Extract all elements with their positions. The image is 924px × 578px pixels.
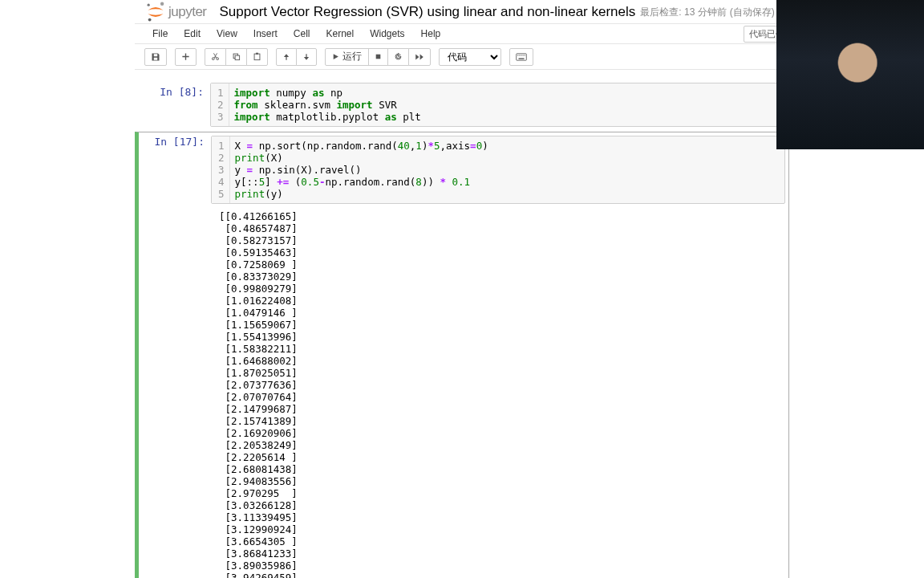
save-icon (151, 52, 160, 62)
restart-run-all-button[interactable] (408, 48, 431, 66)
svg-point-13 (519, 55, 520, 55)
arrow-up-icon (282, 53, 290, 61)
svg-point-15 (522, 55, 523, 55)
move-down-button[interactable] (296, 48, 317, 66)
keyboard-icon (516, 53, 527, 61)
svg-rect-11 (519, 58, 525, 59)
svg-rect-10 (517, 53, 527, 59)
run-button[interactable]: 运行 (325, 48, 369, 66)
cut-icon (211, 52, 220, 61)
menu-kernel[interactable]: Kernel (318, 25, 363, 43)
checkpoint-status: 最后检查: 13 分钟前 (640, 6, 726, 19)
input-prompt: In [17]: (139, 132, 211, 207)
menu-cell[interactable]: Cell (286, 25, 318, 43)
interrupt-button[interactable] (368, 48, 388, 66)
menu-edit[interactable]: Edit (176, 25, 209, 43)
run-label: 运行 (342, 50, 362, 63)
svg-rect-9 (376, 55, 381, 59)
presenter-webcam-overlay (776, 0, 924, 149)
menu-help[interactable]: Help (413, 25, 449, 43)
svg-point-1 (160, 2, 164, 5)
svg-rect-7 (254, 54, 260, 60)
svg-point-0 (148, 4, 150, 6)
play-icon (332, 53, 339, 60)
move-up-button[interactable] (276, 48, 297, 66)
svg-point-14 (521, 55, 521, 55)
arrow-down-icon (302, 53, 310, 61)
add-cell-button[interactable] (175, 48, 197, 66)
command-palette-button[interactable] (509, 48, 533, 66)
menu-insert[interactable]: Insert (245, 25, 286, 43)
restart-icon (394, 52, 403, 61)
svg-point-16 (525, 55, 525, 55)
svg-point-2 (148, 18, 152, 22)
svg-rect-6 (235, 55, 240, 60)
copy-icon (232, 52, 241, 61)
menu-view[interactable]: View (209, 25, 245, 43)
code-cell[interactable]: In [8]: 123 import numpy as npfrom sklea… (135, 83, 789, 127)
menu-widgets[interactable]: Widgets (362, 25, 412, 43)
notebook-area[interactable]: In [8]: 123 import numpy as npfrom sklea… (135, 70, 789, 578)
cell-output: [[0.41266165] [0.48657487] [0.58273157] … (139, 207, 788, 578)
menu-file[interactable]: File (144, 25, 176, 43)
notebook-title[interactable]: Support Vector Regression (SVR) using li… (220, 4, 636, 20)
restart-button[interactable] (387, 48, 409, 66)
jupyter-logo-text: jupyter (168, 4, 207, 20)
fast-forward-icon (415, 53, 424, 61)
jupyter-logo-icon (144, 1, 167, 23)
svg-rect-8 (256, 53, 258, 55)
autosave-status: (自动保存) (730, 6, 775, 19)
line-gutter: 12345 (212, 136, 230, 203)
paste-icon (253, 52, 261, 61)
save-button[interactable] (144, 48, 167, 66)
jupyter-logo[interactable]: jupyter (144, 1, 207, 23)
plus-icon (181, 52, 190, 61)
input-prompt: In [8]: (135, 83, 210, 127)
stop-icon (375, 53, 382, 60)
code-lines[interactable]: X = np.sort(np.random.rand(40,1)*5,axis=… (230, 136, 784, 203)
cut-button[interactable] (205, 48, 226, 66)
code-input-area[interactable]: 123 import numpy as npfrom sklearn.svm i… (210, 83, 789, 127)
code-lines[interactable]: import numpy as npfrom sklearn.svm impor… (229, 83, 788, 126)
code-input-area[interactable]: 12345 X = np.sort(np.random.rand(40,1)*5… (211, 136, 785, 204)
copy-button[interactable] (225, 48, 247, 66)
line-gutter: 123 (211, 83, 229, 126)
svg-point-12 (517, 55, 518, 55)
celltype-select[interactable]: 代码 (439, 48, 501, 66)
paste-button[interactable] (246, 48, 268, 66)
code-cell-selected[interactable]: In [17]: 12345 X = np.sort(np.random.ran… (135, 132, 789, 578)
